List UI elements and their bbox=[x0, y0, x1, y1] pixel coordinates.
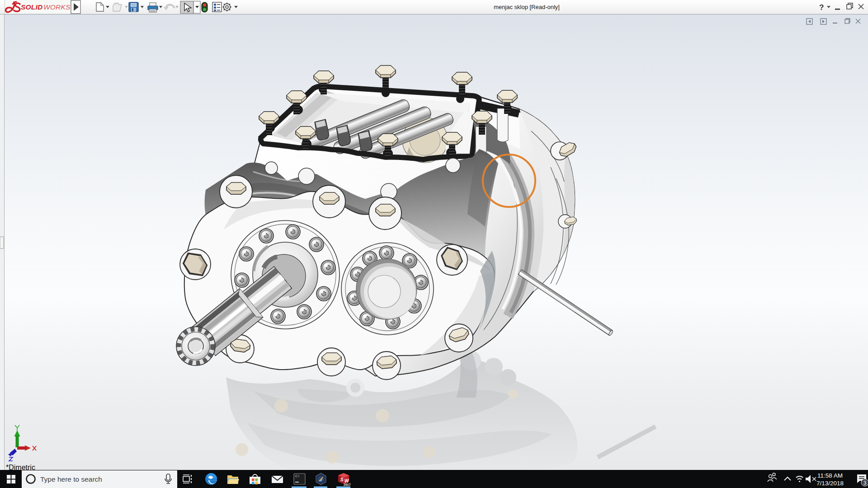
svg-text:2017: 2017 bbox=[344, 483, 351, 486]
svg-text:WORKS: WORKS bbox=[43, 3, 71, 11]
svg-text:S: S bbox=[340, 477, 344, 482]
svg-text:C:\: C:\ bbox=[295, 474, 299, 478]
svg-text:?: ? bbox=[819, 3, 824, 12]
svg-text:menjac sklop [Read-only]: menjac sklop [Read-only] bbox=[494, 4, 560, 10]
svg-text:SOLID: SOLID bbox=[21, 3, 42, 11]
svg-text:Type here to search: Type here to search bbox=[40, 475, 102, 483]
svg-text:7/13/2018: 7/13/2018 bbox=[816, 480, 844, 487]
svg-text:3: 3 bbox=[863, 480, 867, 486]
svg-text:11:58 AM: 11:58 AM bbox=[817, 472, 843, 479]
